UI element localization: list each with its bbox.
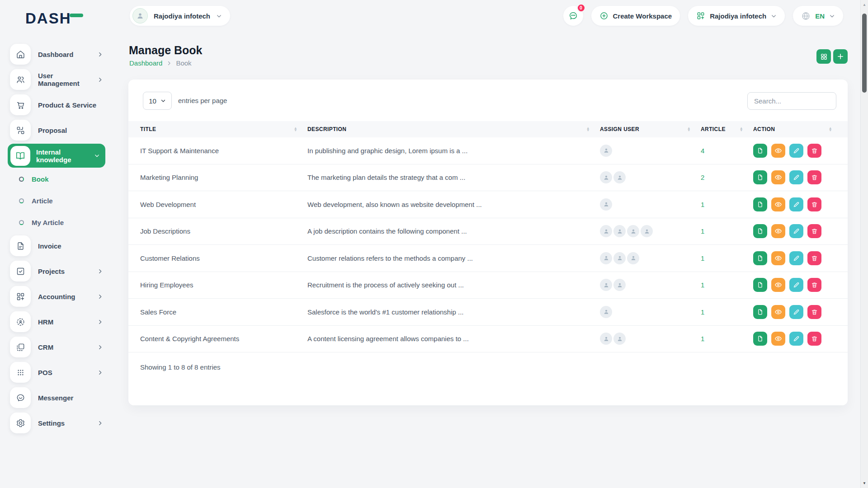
- sidebar-item-pos[interactable]: POS: [0, 360, 117, 385]
- article-button[interactable]: [753, 224, 767, 238]
- sidebar-item-accounting[interactable]: Accounting: [0, 284, 117, 309]
- search-input[interactable]: [747, 92, 836, 110]
- article-button[interactable]: [753, 144, 767, 158]
- sidebar-subitem-my-article[interactable]: My Article: [0, 211, 117, 233]
- edit-button[interactable]: [789, 170, 803, 184]
- delete-button[interactable]: [807, 278, 821, 292]
- delete-button[interactable]: [807, 332, 821, 346]
- company-workspace-dropdown[interactable]: Rajodiya infotech: [688, 6, 785, 26]
- view-button[interactable]: [771, 197, 785, 211]
- column-header-assign-user[interactable]: ASSIGN USER▲▼: [600, 126, 701, 132]
- sidebar-item-label: Settings: [38, 419, 90, 427]
- row-actions: [753, 144, 848, 158]
- scroll-up-arrow[interactable]: ▲: [863, 3, 866, 7]
- view-button[interactable]: [771, 170, 785, 184]
- delete-button[interactable]: [807, 170, 821, 184]
- sidebar-item-projects[interactable]: Projects: [0, 258, 117, 284]
- edit-button[interactable]: [789, 332, 803, 346]
- view-button[interactable]: [771, 305, 785, 319]
- scrollbar-thumb[interactable]: [862, 14, 867, 93]
- view-button[interactable]: [771, 144, 785, 158]
- sidebar-item-hrm[interactable]: HRM: [0, 309, 117, 334]
- edit-button[interactable]: [789, 278, 803, 292]
- column-header-label: ACTION: [753, 126, 775, 132]
- sort-icon[interactable]: ▲▼: [586, 127, 590, 131]
- sort-icon[interactable]: ▲▼: [740, 127, 743, 131]
- page-scrollbar[interactable]: ▲ ▼: [860, 0, 868, 488]
- sidebar-subitem-article[interactable]: Article: [0, 190, 117, 211]
- sidebar-item-user-management[interactable]: User Management: [0, 67, 117, 92]
- sidebar-item-settings[interactable]: Settings: [0, 410, 117, 436]
- assigned-user-avatar: [613, 333, 626, 345]
- sidebar-item-label: Dashboard: [38, 51, 90, 58]
- sidebar-item-crm[interactable]: CRM: [0, 334, 117, 360]
- article-count-link[interactable]: 1: [701, 227, 704, 235]
- edit-button[interactable]: [789, 305, 803, 319]
- edit-button[interactable]: [789, 144, 803, 158]
- home-icon: [10, 44, 31, 65]
- messages-button[interactable]: 0: [563, 6, 583, 26]
- sidebar-item-proposal[interactable]: Proposal: [0, 117, 117, 143]
- delete-button[interactable]: [807, 305, 821, 319]
- row-actions: [753, 224, 848, 238]
- chevron-right-icon: [97, 420, 103, 426]
- column-header-article[interactable]: ARTICLE▲▼: [701, 126, 753, 132]
- sort-icon[interactable]: ▲▼: [829, 127, 832, 131]
- book-description: Recruitment is the process of actively s…: [307, 281, 600, 289]
- assigned-user-avatar: [600, 171, 612, 183]
- article-button[interactable]: [753, 251, 767, 265]
- article-count-link[interactable]: 1: [701, 201, 704, 208]
- edit-button[interactable]: [789, 197, 803, 211]
- article-count-link[interactable]: 1: [701, 335, 704, 343]
- sidebar-subitem-label: Article: [32, 197, 53, 205]
- entries-per-page-select[interactable]: 10: [143, 92, 172, 110]
- column-header-title[interactable]: TITLE▲▼: [128, 126, 307, 132]
- language-dropdown[interactable]: EN: [793, 6, 843, 26]
- table-row: Web DevelopmentWeb development, also kno…: [128, 191, 848, 218]
- dash-logo: DASH: [25, 10, 83, 27]
- column-header-action[interactable]: ACTION▲▼: [753, 126, 848, 132]
- article-button[interactable]: [753, 305, 767, 319]
- pos-icon: [10, 362, 31, 383]
- view-button[interactable]: [771, 251, 785, 265]
- bullet-ring-icon: [19, 220, 24, 225]
- delete-button[interactable]: [807, 224, 821, 238]
- sort-icon[interactable]: ▲▼: [294, 127, 297, 131]
- sidebar-item-product-service[interactable]: Product & Service: [0, 92, 117, 117]
- breadcrumb-dashboard-link[interactable]: Dashboard: [129, 59, 162, 67]
- chevron-down-icon: [160, 98, 166, 103]
- delete-button[interactable]: [807, 251, 821, 265]
- article-button[interactable]: [753, 332, 767, 346]
- edit-button[interactable]: [789, 251, 803, 265]
- edit-button[interactable]: [789, 224, 803, 238]
- scroll-down-arrow[interactable]: ▼: [863, 481, 866, 485]
- assigned-user-avatar: [600, 306, 612, 318]
- article-button[interactable]: [753, 197, 767, 211]
- article-count-link[interactable]: 4: [701, 147, 704, 155]
- article-count-link[interactable]: 1: [701, 254, 704, 262]
- table-row: Marketing PlanningThe marketing plan det…: [128, 164, 848, 192]
- view-button[interactable]: [771, 278, 785, 292]
- delete-button[interactable]: [807, 197, 821, 211]
- breadcrumb-current: Book: [176, 59, 191, 67]
- create-workspace-button[interactable]: Create Workspace: [591, 6, 680, 26]
- article-button[interactable]: [753, 170, 767, 184]
- sort-icon[interactable]: ▲▼: [687, 127, 691, 131]
- grid-view-button[interactable]: [816, 49, 831, 64]
- sidebar-item-messenger[interactable]: Messenger: [0, 385, 117, 410]
- view-button[interactable]: [771, 332, 785, 346]
- article-count-link[interactable]: 1: [701, 281, 704, 289]
- sidebar-subitem-book[interactable]: Book: [0, 168, 117, 190]
- column-header-description[interactable]: DESCRIPTION▲▼: [307, 126, 600, 132]
- article-count-link[interactable]: 1: [701, 308, 704, 316]
- view-button[interactable]: [771, 224, 785, 238]
- sidebar-item-dashboard[interactable]: Dashboard: [0, 42, 117, 67]
- workspace-user-dropdown[interactable]: Rajodiya infotech: [130, 6, 230, 26]
- article-count-link[interactable]: 2: [701, 174, 704, 181]
- sidebar-item-invoice[interactable]: Invoice: [0, 233, 117, 258]
- article-button[interactable]: [753, 278, 767, 292]
- add-book-button[interactable]: [833, 49, 848, 64]
- delete-button[interactable]: [807, 144, 821, 158]
- sidebar-item-internal-knowledge[interactable]: Internal knowledge: [8, 144, 105, 168]
- person-icon: [136, 12, 144, 20]
